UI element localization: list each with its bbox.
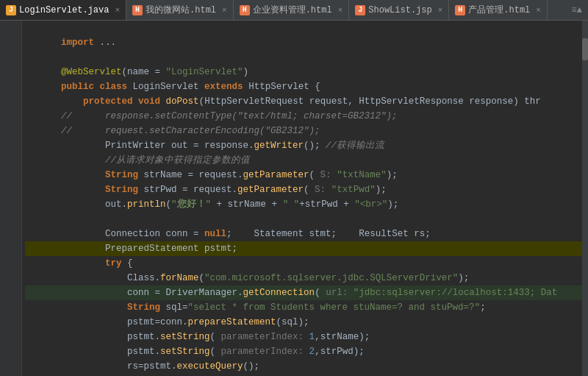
scrollbar[interactable] <box>582 21 588 376</box>
scrollbar-thumb[interactable] <box>582 38 588 60</box>
code-line-annotation: @WebServlet(name = "LoginServlet") <box>25 50 585 65</box>
close-icon-loginservlet[interactable]: × <box>115 6 120 15</box>
tab-qiye[interactable]: H 企业资料管理.html × <box>234 0 350 21</box>
close-icon-weixin[interactable]: × <box>222 6 227 15</box>
tab-product[interactable]: H 产品管理.html × <box>449 0 548 21</box>
tab-loginservlet[interactable]: J LoginServlet.java × <box>0 0 126 21</box>
tab-icon-html3: H <box>455 5 465 15</box>
tab-icon-html1: H <box>132 5 143 15</box>
tab-showlist[interactable]: J ShowList.jsp × <box>349 0 449 21</box>
tab-label-product: 产品管理.html <box>468 4 530 16</box>
line-numbers <box>0 21 22 376</box>
tab-icon-jsp: J <box>355 5 365 15</box>
tab-label-qiye: 企业资料管理.html <box>253 4 332 16</box>
tab-menu-icon[interactable]: ≡▲ <box>566 5 588 15</box>
tab-icon-html2: H <box>240 5 250 15</box>
tab-label-showlist: ShowList.jsp <box>368 5 431 15</box>
editor-area: import ... @WebServlet(name = "LoginServ… <box>0 21 588 376</box>
tab-icon-java: J <box>6 5 16 15</box>
close-icon-qiye[interactable]: × <box>338 6 343 15</box>
tab-bar: J LoginServlet.java × H 我的微网站.html × H 企… <box>0 0 588 21</box>
code-line-strname: String strName = request.getParameter( S… <box>25 153 585 168</box>
code-line-import: import ... <box>25 21 585 35</box>
tab-label-weixin: 我的微网站.html <box>146 4 216 16</box>
code-line-connection: Connection conn = null; Statement stmt; … <box>25 212 585 227</box>
tab-weixin[interactable]: H 我的微网站.html × <box>126 0 234 21</box>
close-icon-showlist[interactable]: × <box>438 6 443 15</box>
close-icon-product[interactable]: × <box>536 6 541 15</box>
tab-label-loginservlet: LoginServlet.java <box>19 5 109 15</box>
code-content[interactable]: import ... @WebServlet(name = "LoginServ… <box>22 21 588 376</box>
